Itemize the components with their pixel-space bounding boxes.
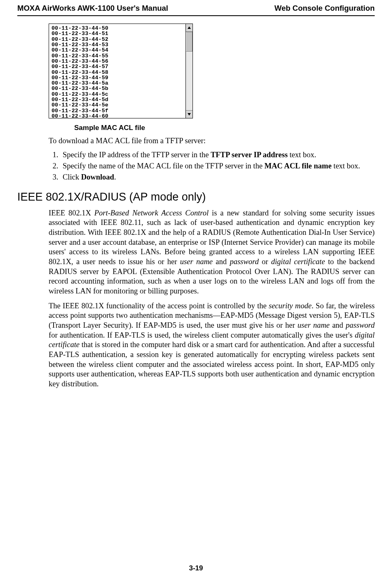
p2-e: and xyxy=(330,321,346,329)
p2-b: security mode xyxy=(269,302,312,310)
section-heading: IEEE 802.1X/RADIUS (AP mode only) xyxy=(17,190,375,204)
p2-a: The IEEE 802.1X functionality of the acc… xyxy=(49,302,269,310)
step-2-bold: MAC ACL file name xyxy=(264,162,331,170)
step-2: Specify the name of the MAC ACL file on … xyxy=(60,161,375,171)
step-3: Click Download. xyxy=(60,173,375,182)
step-3-text-a: Click xyxy=(63,173,81,181)
page-number: 3-19 xyxy=(0,564,392,572)
p1-h: digital certificate xyxy=(271,258,325,266)
step-2-text-c: text box. xyxy=(331,162,360,170)
step-2-text-a: Specify the name of the MAC ACL file on … xyxy=(63,162,264,170)
p2-i: that is stored in the computer hard disk… xyxy=(49,340,375,388)
p1-f: password xyxy=(230,258,258,266)
p1-d: user name xyxy=(180,258,213,266)
p2-d: user name xyxy=(298,321,330,329)
scroll-down-button[interactable] xyxy=(186,110,192,118)
scrollbar[interactable] xyxy=(185,24,193,118)
header-right: Web Console Configuration xyxy=(275,3,375,13)
step-1: Specify the IP address of the TFTP serve… xyxy=(60,150,375,160)
p2-g: for authentication. If EAP-TLS is used, … xyxy=(49,331,355,339)
intro-text: To download a MAC ACL file from a TFTP s… xyxy=(49,136,375,146)
step-3-bold: Download xyxy=(81,173,114,181)
p2-f: password xyxy=(346,321,375,329)
step-1-text-a: Specify the IP address of the TFTP serve… xyxy=(63,151,211,159)
scroll-up-button[interactable] xyxy=(186,24,192,32)
figure-caption: Sample MAC ACL file xyxy=(74,123,375,132)
p1-a: IEEE 802.1X xyxy=(49,209,94,217)
scroll-track[interactable] xyxy=(186,32,192,110)
step-3-text-c: . xyxy=(114,173,116,181)
mac-acl-listbox[interactable]: 00-11-22-33-44-50 00-11-22-33-44-51 00-1… xyxy=(49,24,193,118)
step-1-text-c: text box. xyxy=(288,151,316,159)
step-1-bold: TFTP server IP address xyxy=(211,151,288,159)
p1-e: and xyxy=(213,258,230,266)
mac-acl-list-content: 00-11-22-33-44-50 00-11-22-33-44-51 00-1… xyxy=(49,24,185,118)
p1-g: or xyxy=(259,258,271,266)
steps-list: Specify the IP address of the TFTP serve… xyxy=(49,150,375,182)
scroll-thumb[interactable] xyxy=(186,32,192,52)
arrow-down-icon xyxy=(188,113,191,116)
paragraph-1: IEEE 802.1X Port-Based Network Access Co… xyxy=(49,208,375,296)
page-header: MOXA AirWorks AWK-1100 User's Manual Web… xyxy=(17,3,375,16)
arrow-up-icon xyxy=(188,26,191,29)
p1-b: Port-Based Network Access Control xyxy=(94,209,209,217)
paragraph-2: The IEEE 802.1X functionality of the acc… xyxy=(49,301,375,389)
header-left: MOXA AirWorks AWK-1100 User's Manual xyxy=(17,3,168,13)
